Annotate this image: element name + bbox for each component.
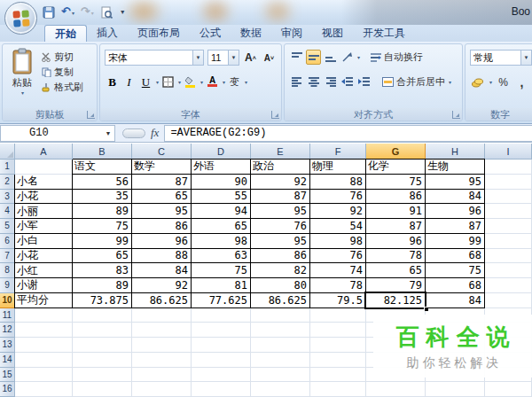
cell-F13[interactable] xyxy=(310,338,366,353)
cell-E3[interactable]: 87 xyxy=(251,190,310,205)
cell-E5[interactable]: 76 xyxy=(251,219,310,234)
cell-C16[interactable] xyxy=(132,382,192,397)
cell-F14[interactable] xyxy=(310,353,366,368)
cell-I5[interactable] xyxy=(485,219,532,234)
cell-D4[interactable]: 94 xyxy=(192,204,251,219)
column-header-E[interactable]: E xyxy=(251,144,310,160)
cell-E1[interactable]: 政治 xyxy=(251,160,310,175)
cell-F6[interactable]: 98 xyxy=(310,234,366,249)
cell-A5[interactable]: 小军 xyxy=(15,219,73,234)
tab-2[interactable]: 插入 xyxy=(87,25,128,42)
cell-D2[interactable]: 90 xyxy=(192,175,251,190)
borders-button[interactable] xyxy=(160,74,176,90)
cell-D7[interactable]: 63 xyxy=(192,249,251,264)
cell-F9[interactable]: 78 xyxy=(310,278,366,293)
tab-4[interactable]: 公式 xyxy=(190,25,231,42)
tab-5[interactable]: 数据 xyxy=(231,25,271,42)
number-format-dropdown-icon[interactable]: ▼ xyxy=(520,51,531,65)
cell-H10[interactable]: 84 xyxy=(426,293,485,308)
clipboard-dialog-launcher-icon[interactable] xyxy=(87,111,95,119)
cell-D8[interactable]: 75 xyxy=(192,263,251,278)
cell-G8[interactable]: 65 xyxy=(366,263,426,278)
comma-button[interactable]: , xyxy=(514,74,529,90)
accounting-dropdown-icon[interactable]: ▾ xyxy=(489,79,492,85)
align-center-button[interactable] xyxy=(306,74,321,90)
undo-dropdown-icon[interactable]: ▾ xyxy=(72,11,74,16)
column-header-G[interactable]: G xyxy=(366,144,426,160)
row-header-16[interactable]: 16 xyxy=(0,382,15,397)
cell-F15[interactable] xyxy=(310,368,366,383)
borders-dropdown-icon[interactable]: ▾ xyxy=(178,79,181,85)
cell-B9[interactable]: 89 xyxy=(73,278,132,293)
row-header-15[interactable]: 15 xyxy=(0,368,15,383)
fill-handle[interactable] xyxy=(424,307,428,311)
cell-A2[interactable]: 小名 xyxy=(15,175,73,190)
font-dialog-launcher-icon[interactable] xyxy=(271,111,279,119)
cell-I8[interactable] xyxy=(485,263,532,278)
cell-C11[interactable] xyxy=(132,308,192,323)
cell-I2[interactable] xyxy=(485,175,532,190)
cell-D10[interactable]: 77.625 xyxy=(192,293,251,308)
cell-F10[interactable]: 79.5 xyxy=(310,293,366,308)
phonetic-dropdown-icon[interactable]: ▾ xyxy=(245,79,247,85)
cell-A11[interactable] xyxy=(15,308,73,323)
row-header-8[interactable]: 8 xyxy=(0,263,15,278)
cell-I10[interactable] xyxy=(485,293,532,308)
underline-button[interactable]: U xyxy=(138,74,153,90)
copy-button[interactable]: 复制 xyxy=(40,65,85,80)
cell-B6[interactable]: 99 xyxy=(73,234,132,249)
font-color-dropdown-icon[interactable]: ▾ xyxy=(223,79,225,85)
cell-G7[interactable]: 78 xyxy=(366,249,426,264)
font-size-dropdown-icon[interactable]: ▼ xyxy=(228,51,239,65)
insert-function-icon[interactable]: fx xyxy=(151,126,159,140)
cell-D11[interactable] xyxy=(192,308,251,323)
decrease-indent-button[interactable] xyxy=(340,74,355,90)
percent-button[interactable]: % xyxy=(496,74,511,90)
cell-D13[interactable] xyxy=(192,338,251,353)
row-header-4[interactable]: 4 xyxy=(0,204,15,219)
tab-3[interactable]: 页面布局 xyxy=(128,25,190,42)
cell-A13[interactable] xyxy=(15,338,73,353)
accounting-format-button[interactable] xyxy=(470,74,485,90)
cell-D16[interactable] xyxy=(192,382,251,397)
cell-F12[interactable] xyxy=(310,323,366,338)
cell-G16[interactable] xyxy=(366,382,426,397)
cell-C1[interactable]: 数学 xyxy=(132,160,192,175)
cell-E8[interactable]: 82 xyxy=(251,263,310,278)
cell-A14[interactable] xyxy=(15,353,73,368)
cell-E10[interactable]: 86.625 xyxy=(251,293,310,308)
formula-input[interactable]: =AVERAGE(G2:G9) xyxy=(164,125,532,142)
cell-B8[interactable]: 83 xyxy=(73,263,132,278)
cell-D3[interactable]: 55 xyxy=(192,190,251,205)
cell-H7[interactable]: 68 xyxy=(426,249,485,264)
column-header-I[interactable]: I xyxy=(485,144,532,160)
paste-button[interactable]: 粘贴 ▾ xyxy=(6,48,38,106)
cell-I4[interactable] xyxy=(485,204,532,219)
fill-color-dropdown-icon[interactable]: ▾ xyxy=(200,79,203,85)
cell-B7[interactable]: 65 xyxy=(73,249,132,264)
wrap-text-button[interactable]: 自动换行 xyxy=(369,50,425,65)
cell-H9[interactable]: 68 xyxy=(426,278,485,293)
cell-A3[interactable]: 小花 xyxy=(15,190,73,205)
cell-D15[interactable] xyxy=(192,368,251,383)
align-bottom-button[interactable] xyxy=(323,50,338,65)
cell-H8[interactable]: 75 xyxy=(426,263,485,278)
cell-B5[interactable]: 75 xyxy=(73,219,132,234)
cell-D1[interactable]: 外语 xyxy=(192,160,251,175)
cell-D5[interactable]: 65 xyxy=(192,219,251,234)
cell-C9[interactable]: 92 xyxy=(132,278,192,293)
tab-7[interactable]: 视图 xyxy=(312,25,353,42)
cell-C15[interactable] xyxy=(132,368,192,383)
cell-C13[interactable] xyxy=(132,338,192,353)
number-format-combo[interactable]: 常规 ▼ xyxy=(470,50,532,66)
cell-H4[interactable]: 96 xyxy=(426,204,485,219)
alignment-dialog-launcher-icon[interactable] xyxy=(452,111,460,119)
align-left-button[interactable] xyxy=(289,74,304,90)
cell-F1[interactable]: 物理 xyxy=(310,160,366,175)
print-preview-icon[interactable] xyxy=(100,6,113,19)
cell-E12[interactable] xyxy=(251,323,310,338)
cell-C3[interactable]: 65 xyxy=(132,190,192,205)
row-header-12[interactable]: 12 xyxy=(0,323,15,338)
cell-F5[interactable]: 54 xyxy=(310,219,366,234)
select-all-button[interactable] xyxy=(0,144,15,160)
